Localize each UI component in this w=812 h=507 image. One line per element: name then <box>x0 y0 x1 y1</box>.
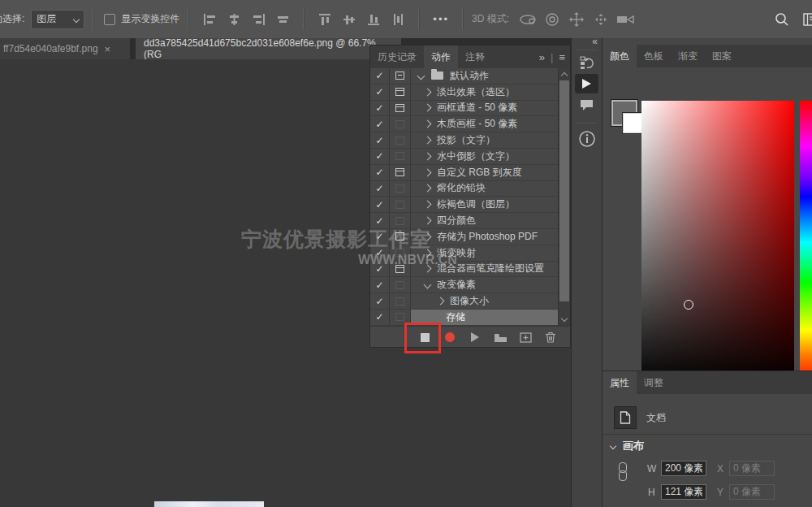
3d-orbit-icon[interactable] <box>517 9 538 30</box>
action-row-main[interactable]: 熔化的铅块 <box>411 181 559 197</box>
action-row[interactable]: ✓图像大小 <box>370 293 570 310</box>
distribute-vertical-centers-button[interactable] <box>387 9 408 30</box>
chevron-right-icon[interactable] <box>437 297 445 306</box>
action-toggle-cell[interactable]: ✓ <box>370 149 390 164</box>
action-toggle-cell[interactable]: ✓ <box>370 245 390 261</box>
y-input[interactable] <box>729 484 775 500</box>
tab-adjustments[interactable]: 调整 <box>637 371 671 394</box>
new-action-button[interactable] <box>516 329 534 345</box>
3d-roll-icon[interactable] <box>542 9 563 30</box>
align-top-edges-button[interactable] <box>314 9 335 30</box>
action-row[interactable]: ✓四分颜色 <box>370 213 570 229</box>
width-input[interactable] <box>661 461 706 476</box>
info-panel-icon[interactable] <box>572 130 602 148</box>
tab-properties[interactable]: 属性 <box>603 371 637 394</box>
align-right-edges-button[interactable] <box>248 9 269 30</box>
actions-panel-icon[interactable] <box>575 74 598 93</box>
action-dialog-cell[interactable] <box>390 116 411 132</box>
x-input[interactable] <box>729 461 775 476</box>
chevron-right-icon[interactable] <box>424 201 432 209</box>
action-dialog-cell[interactable] <box>390 149 411 164</box>
action-dialog-cell[interactable] <box>390 197 411 212</box>
action-row[interactable]: ✓投影（文字） <box>370 132 570 149</box>
action-row[interactable]: ✓画框通道 - 50 像素 <box>370 101 570 117</box>
action-toggle-cell[interactable]: ✓ <box>370 101 390 116</box>
scrollbar-thumb[interactable] <box>559 80 569 301</box>
scroll-down-icon[interactable] <box>561 315 568 322</box>
action-row-main[interactable]: 水中倒影（文字） <box>411 149 559 164</box>
action-toggle-cell[interactable]: ✓ <box>370 213 390 228</box>
tab-swatches[interactable]: 色板 <box>637 45 671 67</box>
action-dialog-cell[interactable] <box>390 165 411 180</box>
tab-history[interactable]: 历史记录 <box>370 46 424 68</box>
more-options-icon[interactable]: ••• <box>433 13 449 25</box>
action-row-main[interactable]: 淡出效果（选区） <box>411 84 559 100</box>
action-toggle-cell[interactable]: ✓ <box>370 262 390 277</box>
canvas-section-header[interactable]: 画布 <box>611 439 644 453</box>
document-tab-active[interactable]: dd3a785425d41d675bc2d031e608ef6e.png @ 6… <box>136 38 401 59</box>
close-icon[interactable]: × <box>105 43 111 55</box>
chevron-right-icon[interactable] <box>424 104 432 112</box>
action-row-main[interactable]: 画框通道 - 50 像素 <box>411 101 559 116</box>
chevron-down-icon[interactable] <box>424 281 432 289</box>
tab-actions[interactable]: 动作 <box>424 46 458 68</box>
action-row-main[interactable]: 混合器画笔克隆绘图设置 <box>411 262 559 277</box>
auto-select-target-dropdown[interactable]: 图层 <box>31 10 84 29</box>
tab-patterns[interactable]: 图案 <box>705 45 739 67</box>
action-row-main[interactable]: 渐变映射 <box>411 245 559 261</box>
record-button[interactable] <box>441 329 459 345</box>
3d-camera-icon[interactable] <box>615 9 636 30</box>
link-dimensions-icon[interactable] <box>619 462 627 481</box>
action-toggle-cell[interactable]: ✓ <box>370 277 390 292</box>
action-toggle-cell[interactable]: ✓ <box>370 181 390 197</box>
action-dialog-cell[interactable] <box>390 84 411 100</box>
panel-menu-icon[interactable]: ≡ <box>559 51 565 63</box>
action-toggle-cell[interactable]: ✓ <box>370 68 390 84</box>
show-transform-checkbox[interactable] <box>104 14 115 25</box>
action-dialog-cell[interactable] <box>390 293 411 309</box>
chevron-down-icon[interactable] <box>417 72 425 80</box>
document-tab-inactive[interactable]: ff7d54e040afe9bf.png × <box>0 38 130 59</box>
notes-panel-icon[interactable] <box>572 99 602 111</box>
action-row[interactable]: ✓自定义 RGB 到灰度 <box>370 165 570 181</box>
play-button[interactable] <box>466 329 484 345</box>
action-row[interactable]: ✓熔化的铅块 <box>370 181 570 197</box>
action-dialog-cell[interactable] <box>390 213 411 228</box>
chevron-right-icon[interactable] <box>424 232 432 240</box>
3d-slide-icon[interactable] <box>590 9 611 30</box>
action-row[interactable]: ✓棕褐色调（图层） <box>370 197 570 213</box>
action-row-main[interactable]: 棕褐色调（图层） <box>411 197 559 212</box>
action-toggle-cell[interactable]: ✓ <box>370 229 390 245</box>
chevron-right-icon[interactable] <box>424 152 432 160</box>
search-icon[interactable] <box>771 9 793 30</box>
tab-notes[interactable]: 注释 <box>458 46 492 68</box>
action-row[interactable]: ✓存储为 Photoshop PDF <box>370 229 570 245</box>
chevron-right-icon[interactable] <box>424 265 432 273</box>
action-row-main[interactable]: 图像大小 <box>411 293 559 309</box>
action-row[interactable]: ✓混合器画笔克隆绘图设置 <box>370 262 570 278</box>
action-dialog-cell[interactable] <box>390 245 411 261</box>
scrollbar[interactable] <box>558 68 570 326</box>
tab-color[interactable]: 颜色 <box>603 45 637 67</box>
scroll-up-icon[interactable] <box>561 72 568 79</box>
action-toggle-cell[interactable]: ✓ <box>370 310 390 325</box>
action-dialog-cell[interactable] <box>390 68 411 84</box>
action-toggle-cell[interactable]: ✓ <box>370 132 390 148</box>
chevron-right-icon[interactable] <box>424 217 432 225</box>
chevron-right-icon[interactable] <box>424 184 432 193</box>
collapse-panels-icon[interactable]: « <box>592 36 598 47</box>
action-row[interactable]: ✓淡出效果（选区） <box>370 84 570 101</box>
action-dialog-cell[interactable] <box>390 262 411 277</box>
action-row[interactable]: ✓水中倒影（文字） <box>370 149 570 165</box>
chevron-right-icon[interactable] <box>424 120 432 128</box>
panel-overflow-icon[interactable]: » <box>539 51 545 63</box>
workspace-switcher-icon[interactable] <box>799 9 812 30</box>
action-row-main[interactable]: 木质画框 - 50 像素 <box>411 116 559 132</box>
action-toggle-cell[interactable]: ✓ <box>370 293 390 309</box>
action-dialog-cell[interactable] <box>390 181 411 197</box>
action-row-main[interactable]: 改变像素 <box>411 277 559 292</box>
action-row-main[interactable]: 存储为 Photoshop PDF <box>411 229 559 245</box>
chevron-right-icon[interactable] <box>424 136 432 145</box>
action-row[interactable]: ✓改变像素 <box>370 277 570 293</box>
chevron-right-icon[interactable] <box>424 168 432 176</box>
